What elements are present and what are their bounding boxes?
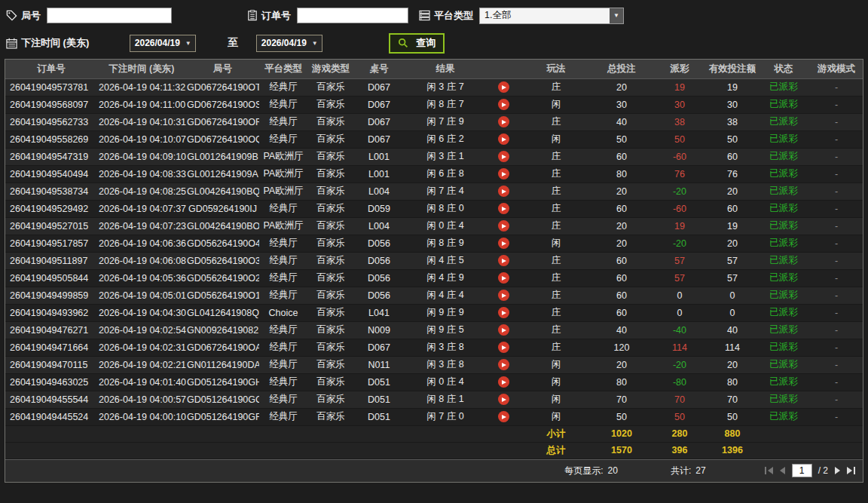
cell-game-type: 百家乐 (307, 321, 354, 339)
total-payout: 396 (652, 442, 708, 459)
replay-button[interactable] (498, 411, 509, 422)
col-header-play: 玩法 (521, 60, 591, 78)
last-page-button[interactable] (846, 465, 855, 477)
cell-bet-time: 2026-04-19 04:06:36 (97, 235, 186, 252)
replay-button[interactable] (498, 81, 509, 93)
next-page-button[interactable] (834, 465, 840, 477)
replay-button[interactable] (498, 116, 509, 127)
game-no-input[interactable] (47, 8, 172, 23)
col-header-game-type: 游戏类型 (307, 60, 354, 78)
total-valid-bet: 1396 (708, 442, 757, 459)
cell-platform: 经典厅 (259, 356, 307, 373)
cell-payout: 114 (652, 339, 708, 356)
cell-total-bet: 60 (591, 252, 652, 269)
col-header-table-no: 桌号 (354, 60, 404, 78)
cell-mode: - (810, 235, 863, 252)
cell-game-no: GD051264190GH (186, 373, 259, 391)
date-to-value: 2026/04/19 (261, 38, 307, 48)
cell-game-type: 百家乐 (307, 113, 354, 130)
cell-game-type: 百家乐 (307, 252, 354, 269)
total-count-value: 27 (695, 465, 705, 476)
order-no-label: 订单号 (261, 9, 291, 23)
cell-play: 庄 (521, 182, 591, 200)
replay-button[interactable] (498, 203, 509, 214)
cell-payout: -80 (652, 373, 708, 391)
order-no-input[interactable] (297, 8, 408, 23)
cell-play: 闲 (521, 356, 591, 373)
cell-play: 庄 (521, 113, 591, 130)
cell-game-no: GL0412641908Q (186, 304, 259, 321)
cell-table-no: D051 (354, 373, 404, 391)
replay-button[interactable] (498, 359, 509, 370)
cell-table-no: L004 (354, 217, 404, 235)
replay-button[interactable] (498, 99, 509, 110)
cell-total-bet: 30 (591, 96, 652, 113)
cell-platform: 经典厅 (259, 408, 307, 425)
cell-order-no: 260419049505844 (5, 269, 97, 287)
cell-play-btn (487, 78, 521, 96)
platform-type-value: 1.全部 (480, 9, 610, 22)
cell-order-no: 260419049455544 (5, 391, 97, 408)
cell-play: 闲 (521, 373, 591, 391)
cell-mode: - (810, 200, 863, 217)
replay-button[interactable] (498, 307, 509, 318)
search-button[interactable]: 查询 (389, 33, 445, 54)
replay-button[interactable] (498, 342, 509, 353)
cell-game-type: 百家乐 (307, 165, 354, 182)
cell-game-type: 百家乐 (307, 269, 354, 287)
replay-button[interactable] (498, 238, 509, 249)
cell-payout: 57 (652, 252, 708, 269)
replay-button[interactable] (498, 324, 509, 336)
cell-status: 已派彩 (757, 200, 810, 217)
cell-game-type: 百家乐 (307, 356, 354, 373)
cell-result: 闲 8 庄 9 (404, 235, 487, 252)
cell-game-no: GD056264190O3 (186, 252, 259, 269)
cell-total-bet: 120 (591, 339, 652, 356)
cell-table-no: D056 (354, 252, 404, 269)
cell-table-no: L004 (354, 182, 404, 200)
next-page-icon (834, 465, 840, 477)
date-from-select[interactable]: 2026/04/19 ▼ (130, 35, 196, 52)
cell-play-btn (487, 148, 521, 165)
cell-status: 已派彩 (757, 130, 810, 148)
chevron-down-icon: ▼ (185, 40, 191, 47)
cell-total-bet: 60 (591, 304, 652, 321)
cell-total-bet: 80 (591, 165, 652, 182)
replay-button[interactable] (498, 290, 509, 301)
cell-game-no: GL004264190BQ (186, 182, 259, 200)
cell-status: 已派彩 (757, 408, 810, 425)
page-input[interactable] (792, 464, 812, 477)
cell-game-type: 百家乐 (307, 287, 354, 304)
replay-button[interactable] (498, 272, 509, 284)
replay-button[interactable] (498, 168, 509, 179)
cell-bet-time: 2026-04-19 04:01:40 (97, 373, 186, 391)
cell-platform: Choice (259, 304, 307, 321)
cell-result: 闲 8 庄 7 (404, 96, 487, 113)
search-button-label: 查询 (416, 36, 436, 50)
cell-valid-bet: 19 (708, 217, 757, 235)
replay-button[interactable] (498, 151, 509, 162)
prev-page-icon (780, 465, 786, 477)
replay-button[interactable] (498, 376, 509, 388)
cell-mode: - (810, 287, 863, 304)
platform-type-select[interactable]: 1.全部 ▼ (479, 8, 624, 24)
cell-play-btn (487, 269, 521, 287)
cell-status: 已派彩 (757, 182, 810, 200)
date-to-select[interactable]: 2026/04/19 ▼ (256, 35, 322, 52)
cell-platform: 经典厅 (259, 96, 307, 113)
replay-button[interactable] (498, 186, 509, 197)
first-page-button[interactable] (765, 465, 774, 477)
table-body: 2604190495737812026-04-19 04:11:32GD0672… (5, 78, 863, 425)
replay-button[interactable] (498, 133, 509, 145)
cell-play-btn (487, 182, 521, 200)
replay-button[interactable] (498, 255, 509, 266)
cell-status: 已派彩 (757, 269, 810, 287)
cell-bet-time: 2026-04-19 04:07:37 (97, 200, 186, 217)
prev-page-button[interactable] (780, 465, 786, 477)
cell-total-bet: 60 (591, 200, 652, 217)
cell-game-no: GL004264190BO (186, 217, 259, 235)
cell-mode: - (810, 182, 863, 200)
replay-button[interactable] (498, 220, 509, 232)
cell-mode: - (810, 373, 863, 391)
replay-button[interactable] (498, 394, 509, 405)
